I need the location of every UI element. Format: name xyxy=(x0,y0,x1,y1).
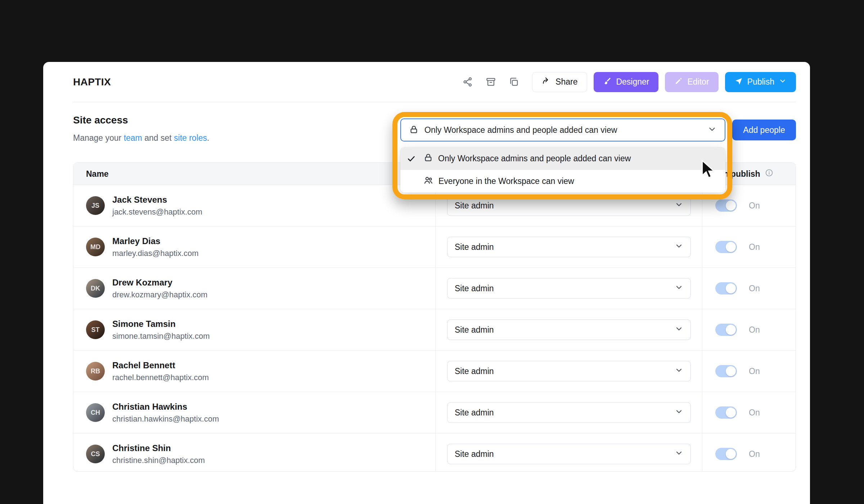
role-value: Site admin xyxy=(455,284,494,293)
publish-button[interactable]: Publish xyxy=(725,72,796,92)
lock-icon xyxy=(409,125,419,136)
avatar: CS xyxy=(86,445,105,463)
table-row: CS Christine Shin christine.shin@haptix.… xyxy=(73,433,796,474)
avatar: CH xyxy=(86,403,105,422)
member-email: marley.dias@haptix.com xyxy=(112,249,199,258)
chevron-down-icon xyxy=(675,242,683,252)
role-value: Site admin xyxy=(455,408,494,418)
can-publish-toggle[interactable] xyxy=(715,365,737,377)
members-table: Name Can publish JS Jack Stevens jack.st… xyxy=(73,162,796,472)
team-link[interactable]: team xyxy=(124,133,142,143)
role-select[interactable]: Site admin xyxy=(447,444,691,464)
can-publish-toggle[interactable] xyxy=(715,324,737,336)
role-value: Site admin xyxy=(455,242,494,252)
people-icon xyxy=(423,175,433,188)
publish-chevron-down-icon xyxy=(779,77,787,87)
site-roles-link[interactable]: site roles xyxy=(174,133,207,143)
add-people-button[interactable]: Add people xyxy=(732,120,796,140)
subtitle-text-mid: and set xyxy=(142,133,174,143)
site-access-selected-value: Only Workspace admins and people added c… xyxy=(424,125,617,135)
can-publish-toggle[interactable] xyxy=(715,282,737,294)
role-value: Site admin xyxy=(455,325,494,335)
add-people-label: Add people xyxy=(743,125,785,135)
share-button-label: Share xyxy=(555,77,577,87)
chevron-down-icon xyxy=(675,283,683,294)
avatar: ST xyxy=(86,320,105,339)
name-column-header: Name xyxy=(86,169,109,179)
toggle-state-label: On xyxy=(749,284,760,293)
menu-option-admins-only[interactable]: Only Workspace admins and people added c… xyxy=(400,147,725,170)
desktop: { "app": { "brand": "HAPTIX" }, "toolbar… xyxy=(0,0,864,504)
table-row: MD Marley Dias marley.dias@haptix.com Si… xyxy=(73,226,796,268)
page-title: Site access xyxy=(73,114,128,126)
toggle-knob xyxy=(726,242,736,252)
toggle-state-label: On xyxy=(749,325,760,335)
collaborators-icon[interactable] xyxy=(459,74,476,90)
avatar: RB xyxy=(86,362,105,381)
chevron-down-icon xyxy=(675,366,683,377)
role-select[interactable]: Site admin xyxy=(447,278,691,299)
member-name: Christine Shin xyxy=(112,443,205,453)
can-publish-toggle[interactable] xyxy=(715,448,737,460)
editor-button[interactable]: Editor xyxy=(665,72,718,92)
header-actions: Share Designer Editor xyxy=(459,72,796,92)
publish-button-label: Publish xyxy=(747,77,774,87)
role-select[interactable]: Site admin xyxy=(447,320,691,340)
member-identity: Drew Kozmary drew.kozmary@haptix.com xyxy=(112,278,207,300)
member-email: simone.tamsin@haptix.com xyxy=(112,332,210,341)
menu-option-label: Everyone in the Workspace can view xyxy=(438,176,574,186)
member-name: Marley Dias xyxy=(112,236,199,246)
member-name: Drew Kozmary xyxy=(112,278,207,288)
member-identity: Marley Dias marley.dias@haptix.com xyxy=(112,236,199,258)
check-icon xyxy=(407,154,418,163)
header-divider xyxy=(73,102,796,102)
copy-pages-icon[interactable] xyxy=(505,74,522,90)
toggle-state-label: On xyxy=(749,201,760,211)
toggle-state-label: On xyxy=(749,449,760,459)
member-email: christine.shin@haptix.com xyxy=(112,456,205,465)
member-identity: Christine Shin christine.shin@haptix.com xyxy=(112,443,205,465)
archive-icon[interactable] xyxy=(482,74,499,90)
toggle-state-label: On xyxy=(749,366,760,376)
chevron-down-icon xyxy=(675,449,683,459)
window-header: HAPTIX xyxy=(43,62,810,102)
can-publish-toggle[interactable] xyxy=(715,241,737,253)
share-button[interactable]: Share xyxy=(532,72,587,92)
avatar: JS xyxy=(86,196,105,215)
chevron-down-icon xyxy=(707,125,717,135)
chevron-down-icon xyxy=(675,324,683,335)
menu-option-everyone[interactable]: Everyone in the Workspace can view xyxy=(400,170,725,193)
member-email: christian.hawkins@haptix.com xyxy=(112,414,219,424)
site-access-dropdown[interactable]: Only Workspace admins and people added c… xyxy=(400,118,725,141)
role-value: Site admin xyxy=(455,449,494,459)
lock-icon xyxy=(423,153,433,165)
info-icon[interactable] xyxy=(765,168,774,179)
designer-button-label: Designer xyxy=(616,77,649,87)
site-access-menu: Only Workspace admins and people added c… xyxy=(400,147,725,193)
role-value: Site admin xyxy=(455,366,494,376)
role-select[interactable]: Site admin xyxy=(447,402,691,423)
member-identity: Rachel Bennett rachel.bennett@haptix.com xyxy=(112,360,209,382)
member-identity: Simone Tamsin simone.tamsin@haptix.com xyxy=(112,319,210,341)
role-select[interactable]: Site admin xyxy=(447,361,691,382)
role-select[interactable]: Site admin xyxy=(447,195,691,216)
can-publish-toggle[interactable] xyxy=(715,406,737,419)
can-publish-toggle[interactable] xyxy=(715,199,737,212)
toggle-state-label: On xyxy=(749,408,760,418)
chevron-down-icon xyxy=(675,407,683,418)
toggle-state-label: On xyxy=(749,242,760,252)
member-name: Jack Stevens xyxy=(112,195,202,205)
role-select[interactable]: Site admin xyxy=(447,237,691,257)
app-window: HAPTIX xyxy=(43,62,810,504)
toggle-knob xyxy=(726,366,736,376)
toggle-knob xyxy=(726,408,736,418)
toggle-knob xyxy=(726,201,736,211)
designer-button[interactable]: Designer xyxy=(594,72,658,92)
pencil-icon xyxy=(674,77,683,87)
editor-button-label: Editor xyxy=(687,77,709,87)
member-name: Simone Tamsin xyxy=(112,319,210,329)
table-row: CH Christian Hawkins christian.hawkins@h… xyxy=(73,392,796,433)
member-name: Christian Hawkins xyxy=(112,402,219,412)
toggle-knob xyxy=(726,283,736,293)
member-identity: Christian Hawkins christian.hawkins@hapt… xyxy=(112,402,219,424)
